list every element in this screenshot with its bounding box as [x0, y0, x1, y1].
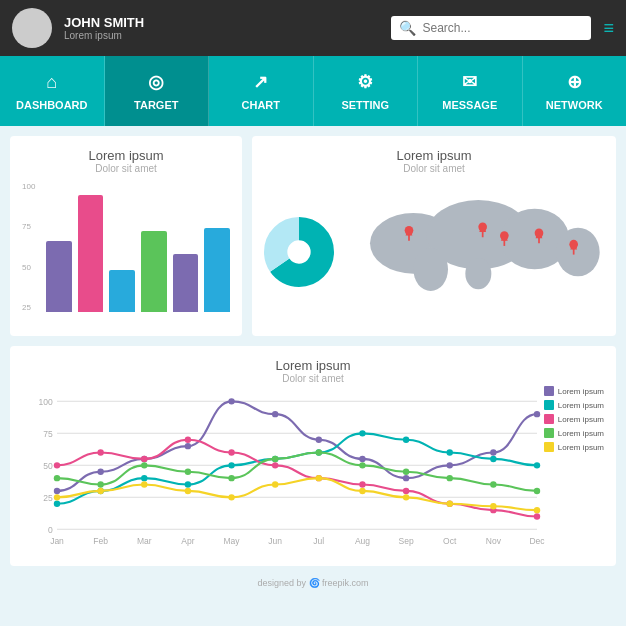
svg-point-88 [141, 462, 147, 468]
map-area [264, 182, 604, 322]
svg-point-87 [97, 481, 103, 487]
nav-bar: ⌂DASHBOARD◎TARGET↗CHART⚙SETTING✉MESSAGE⊕… [0, 56, 626, 126]
target-icon: ◎ [148, 71, 164, 93]
chart-legend: Lorem ipsumLorem ipsumLorem ipsumLorem i… [544, 386, 604, 452]
nav-label-dashboard: DASHBOARD [16, 99, 88, 111]
top-panels: Lorem ipsum Dolor sit amet 100755025 Lor… [10, 136, 616, 336]
svg-point-74 [54, 462, 60, 468]
svg-point-77 [185, 437, 191, 443]
svg-point-6 [413, 248, 448, 291]
svg-point-103 [272, 481, 278, 487]
svg-text:75: 75 [43, 429, 53, 439]
nav-item-target[interactable]: ◎TARGET [105, 56, 210, 126]
bar-chart-title: Lorem ipsum [22, 148, 230, 163]
nav-item-message[interactable]: ✉MESSAGE [418, 56, 523, 126]
svg-text:100: 100 [39, 397, 53, 407]
legend-item: Lorem ipsum [544, 400, 604, 410]
svg-point-56 [316, 437, 322, 443]
bar-chart-area: 100755025 [22, 182, 230, 312]
svg-point-89 [185, 469, 191, 475]
bar-chart-panel: Lorem ipsum Dolor sit amet 100755025 [10, 136, 242, 336]
svg-point-104 [316, 475, 322, 481]
svg-text:May: May [223, 536, 240, 546]
svg-text:25: 25 [43, 493, 53, 503]
svg-point-64 [141, 475, 147, 481]
svg-point-73 [534, 462, 540, 468]
bar [141, 231, 167, 312]
user-name: JOHN SMITH [64, 15, 379, 30]
svg-text:Mar: Mar [137, 536, 152, 546]
nav-label-message: MESSAGE [442, 99, 497, 111]
svg-point-50 [54, 488, 60, 494]
svg-point-97 [534, 488, 540, 494]
search-input[interactable] [422, 21, 583, 35]
legend-item: Lorem ipsum [544, 442, 604, 452]
svg-point-93 [359, 462, 365, 468]
svg-point-1 [276, 229, 323, 276]
map-panel: Lorem ipsum Dolor sit amet [252, 136, 616, 336]
map-subtitle: Dolor sit amet [264, 163, 604, 174]
line-chart-panel: Lorem ipsum Dolor sit amet 1007550250Jan… [10, 346, 616, 566]
chart-icon: ↗ [253, 71, 268, 93]
bar [109, 270, 135, 312]
bar [204, 228, 230, 313]
svg-point-78 [228, 449, 234, 455]
bar [173, 254, 199, 313]
svg-point-22 [500, 231, 509, 240]
svg-point-99 [97, 488, 103, 494]
svg-point-65 [185, 481, 191, 487]
svg-point-85 [534, 513, 540, 519]
svg-text:Dec: Dec [529, 536, 545, 546]
nav-item-dashboard[interactable]: ⌂DASHBOARD [0, 56, 105, 126]
svg-text:Sep: Sep [399, 536, 414, 546]
pie-chart [264, 217, 334, 287]
nav-item-network[interactable]: ⊕NETWORK [523, 56, 627, 126]
hamburger-icon[interactable]: ≡ [603, 18, 614, 39]
bar [78, 195, 104, 312]
bar-chart-yaxis: 100755025 [22, 182, 35, 312]
svg-point-5 [556, 228, 599, 277]
nav-item-chart[interactable]: ↗CHART [209, 56, 314, 126]
svg-point-108 [490, 503, 496, 509]
svg-point-26 [569, 240, 578, 249]
svg-point-60 [490, 449, 496, 455]
footer: designed by 🌀 freepik.com [0, 576, 626, 590]
svg-point-105 [359, 488, 365, 494]
svg-text:Nov: Nov [486, 536, 502, 546]
svg-point-59 [447, 462, 453, 468]
svg-point-69 [359, 430, 365, 436]
search-bar[interactable]: 🔍 [391, 16, 591, 40]
svg-point-98 [54, 494, 60, 500]
nav-item-setting[interactable]: ⚙SETTING [314, 56, 419, 126]
svg-point-75 [97, 449, 103, 455]
svg-point-58 [403, 475, 409, 481]
svg-point-101 [185, 488, 191, 494]
legend-label: Lorem ipsum [558, 429, 604, 438]
svg-point-76 [141, 456, 147, 462]
svg-point-96 [490, 481, 496, 487]
svg-point-106 [403, 494, 409, 500]
user-info: JOHN SMITH Lorem ipsum [64, 15, 379, 41]
legend-dot [544, 428, 554, 438]
dashboard-icon: ⌂ [46, 72, 57, 93]
legend-item: Lorem ipsum [544, 414, 604, 424]
nav-label-target: TARGET [134, 99, 178, 111]
svg-point-86 [54, 475, 60, 481]
svg-point-18 [405, 226, 414, 235]
legend-label: Lorem ipsum [558, 443, 604, 452]
main-content: Lorem ipsum Dolor sit amet 100755025 Lor… [0, 126, 626, 576]
svg-point-91 [272, 456, 278, 462]
legend-item: Lorem ipsum [544, 386, 604, 396]
svg-text:Apr: Apr [181, 536, 194, 546]
avatar [12, 8, 52, 48]
svg-point-62 [54, 501, 60, 507]
line-chart-svg: 1007550250JanFebMarAprMayJunJulAugSepOct… [22, 396, 604, 556]
svg-point-71 [447, 449, 453, 455]
svg-point-70 [403, 437, 409, 443]
svg-text:50: 50 [43, 461, 53, 471]
map-title: Lorem ipsum [264, 148, 604, 163]
svg-point-61 [534, 411, 540, 417]
svg-point-57 [359, 456, 365, 462]
message-icon: ✉ [462, 71, 477, 93]
svg-point-102 [228, 494, 234, 500]
